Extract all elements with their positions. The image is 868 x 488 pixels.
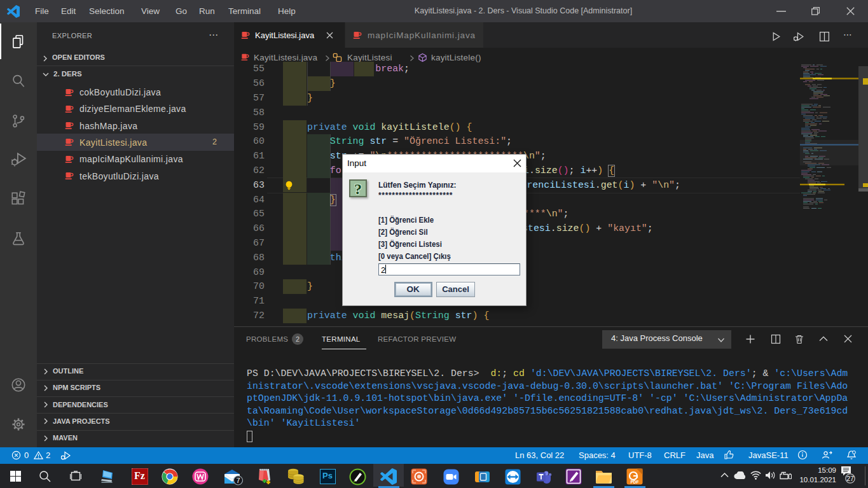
svg-text:PDF: PDF — [631, 480, 639, 484]
svg-text:27: 27 — [846, 475, 854, 482]
svg-text:7: 7 — [236, 477, 240, 484]
